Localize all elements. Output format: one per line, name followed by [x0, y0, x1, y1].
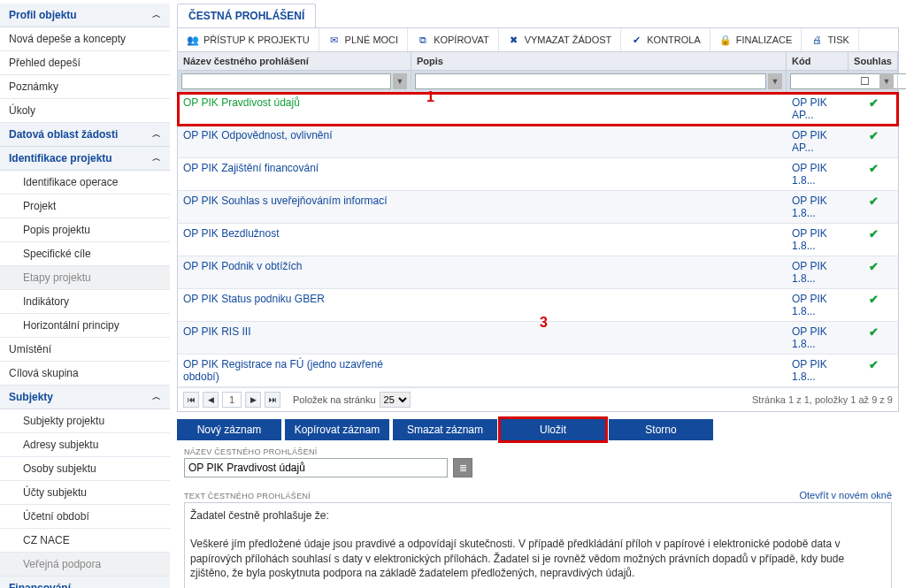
save-button[interactable]: Uložit	[501, 419, 605, 440]
pager-items-label: Položek na stránku	[293, 394, 376, 405]
sidebar-item[interactable]: Osoby subjektu	[0, 457, 170, 481]
pager-next-button[interactable]: ▶	[245, 392, 261, 408]
people-icon: 👥	[187, 34, 199, 46]
toolbar-copy-button[interactable]: ⧉ KOPÍROVAT	[408, 28, 499, 51]
toolbar-plnemoci-button[interactable]: ✉ PLNÉ MOCI	[319, 28, 409, 51]
sidebar-item[interactable]: Úkoly	[0, 99, 170, 123]
table-row[interactable]: OP PIK Zajištění financováníOP PIK 1.8..…	[178, 158, 898, 191]
filter-icon[interactable]: ▼	[879, 73, 894, 89]
delete-icon: ✖	[508, 34, 520, 46]
list-picker-icon[interactable]: ≣	[453, 458, 472, 477]
copy-record-button[interactable]: Kopírovat záznam	[285, 419, 389, 440]
col-header-agree[interactable]: Souhlas	[848, 52, 898, 70]
cell-desc	[411, 224, 787, 256]
sidebar-item[interactable]: Umístění	[0, 338, 170, 362]
check-icon: ✔	[869, 293, 879, 306]
sidebar-section-label: Identifikace projektu	[9, 152, 112, 164]
new-record-button[interactable]: Nový záznam	[177, 419, 281, 440]
table-row[interactable]: OP PIK BezdlužnostOP PIK 1.8...✔	[178, 224, 898, 256]
filter-icon[interactable]: ▼	[768, 73, 782, 89]
sidebar-item[interactable]: Specifické cíle	[0, 242, 170, 266]
col-header-code[interactable]: Kód	[787, 52, 848, 70]
col-header-name[interactable]: Název čestného prohlášení	[178, 52, 411, 70]
cell-code: OP PIK 1.8...	[787, 224, 848, 256]
filter-name-input[interactable]	[181, 73, 391, 89]
cell-code: OP PIK 1.8...	[787, 355, 848, 386]
sidebar-section-financovani[interactable]: Financování ︿	[0, 577, 170, 588]
pager-prev-button[interactable]: ◀	[203, 392, 219, 408]
delete-record-button[interactable]: Smazat záznam	[393, 419, 497, 440]
annotation-1: 1	[426, 89, 434, 105]
cell-name: OP PIK Bezdlužnost	[178, 224, 411, 256]
cell-agree: ✔	[848, 93, 898, 125]
cell-agree: ✔	[848, 158, 898, 190]
sidebar-item[interactable]: Cílová skupina	[0, 362, 170, 386]
sidebar-item[interactable]: Nová depeše a koncepty	[0, 27, 170, 51]
open-new-window-link[interactable]: Otevřít v novém okně	[799, 490, 892, 500]
table-row[interactable]: OP PIK Registrace na FÚ (jedno uzavřené …	[178, 355, 898, 387]
sidebar-item[interactable]: Popis projektu	[0, 218, 170, 242]
sidebar-section-label: Datová oblast žádosti	[9, 128, 118, 141]
declarations-table: Název čestného prohlášení Popis Kód Souh…	[177, 52, 899, 412]
cell-code: OP PIK 1.8...	[787, 256, 848, 288]
declaration-name-input[interactable]	[184, 458, 448, 477]
cell-agree: ✔	[848, 126, 898, 157]
chevron-up-icon: ︿	[152, 152, 161, 164]
sidebar-item[interactable]: Účty subjektu	[0, 481, 170, 505]
filter-icon[interactable]: ▼	[393, 73, 407, 89]
cell-code: OP PIK 1.8...	[787, 322, 848, 354]
table-row[interactable]: OP PIK Podnik v obtížíchOP PIK 1.8...✔	[178, 256, 898, 289]
sidebar-section-datova[interactable]: Datová oblast žádosti ︿	[0, 123, 170, 147]
toolbar-check-button[interactable]: ✔ KONTROLA	[621, 28, 710, 51]
cell-name: OP PIK Souhlas s uveřejňováním informací	[178, 191, 411, 223]
cell-desc	[411, 355, 787, 386]
pager-page[interactable]: 1	[222, 392, 242, 408]
cell-name: OP PIK Status podniku GBER	[178, 289, 411, 321]
toolbar-access-button[interactable]: 👥 PŘÍSTUP K PROJEKTU	[178, 28, 319, 51]
sidebar-section-identifikace[interactable]: Identifikace projektu ︿	[0, 147, 170, 171]
table-row[interactable]: OP PIK Souhlas s uveřejňováním informací…	[178, 191, 898, 224]
pager-first-button[interactable]: ⏮	[183, 392, 199, 408]
sidebar-item[interactable]: Identifikace operace	[0, 171, 170, 195]
sidebar-item[interactable]: Přehled depeší	[0, 51, 170, 75]
sidebar-item[interactable]: Účetní období	[0, 505, 170, 529]
print-icon: 🖨	[810, 34, 823, 46]
toolbar-label: PLNÉ MOCI	[345, 34, 399, 45]
sidebar-item[interactable]: Horizontální principy	[0, 314, 170, 338]
toolbar: 👥 PŘÍSTUP K PROJEKTU ✉ PLNÉ MOCI ⧉ KOPÍR…	[177, 27, 899, 52]
table-row[interactable]: OP PIK Pravdivost údajůOP PIK AP...✔	[178, 93, 898, 126]
cell-desc	[411, 256, 787, 288]
sidebar-section-subjekty[interactable]: Subjekty ︿	[0, 386, 170, 409]
sidebar-item[interactable]: Adresy subjektu	[0, 433, 170, 457]
pager-items-select[interactable]: 25	[380, 392, 411, 408]
chevron-up-icon: ︿	[152, 128, 161, 141]
sidebar-item[interactable]: Subjekty projektu	[0, 409, 170, 433]
filter-desc-input[interactable]	[415, 73, 766, 89]
toolbar-finalize-button[interactable]: 🔒 FINALIZACE	[710, 28, 802, 51]
check-icon: ✔	[869, 260, 879, 273]
check-icon: ✔	[869, 129, 879, 142]
cell-desc	[411, 289, 787, 321]
pager-last-button[interactable]: ⏭	[265, 392, 280, 408]
toolbar-delete-button[interactable]: ✖ VYMAZAT ŽÁDOST	[499, 28, 622, 51]
col-header-desc[interactable]: Popis	[411, 52, 787, 70]
table-row[interactable]: OP PIK RIS IIIOP PIK 1.8...✔	[178, 322, 898, 355]
sidebar-item[interactable]: Indikátory	[0, 290, 170, 314]
table-row[interactable]: OP PIK Odpovědnost, ovlivněníOP PIK AP..…	[178, 126, 898, 158]
sidebar-item[interactable]: Etapy projektu	[0, 266, 170, 290]
toolbar-label: KOPÍROVAT	[434, 34, 489, 45]
cancel-button[interactable]: Storno	[609, 419, 713, 440]
sidebar-item[interactable]: Poznámky	[0, 75, 170, 99]
sidebar-item[interactable]: Projekt	[0, 195, 170, 218]
sidebar-section-profil[interactable]: Profil objektu ︿	[0, 4, 170, 27]
sidebar-item[interactable]: Veřejná podpora	[0, 553, 170, 577]
cell-agree: ✔	[848, 256, 898, 288]
cell-desc	[411, 126, 787, 157]
sidebar-item[interactable]: CZ NACE	[0, 529, 170, 553]
tab-cestna-prohlaseni[interactable]: ČESTNÁ PROHLÁŠENÍ	[177, 4, 316, 27]
cell-desc	[411, 322, 787, 354]
chevron-up-icon: ︿	[152, 582, 161, 588]
table-row[interactable]: OP PIK Status podniku GBEROP PIK 1.8...✔	[178, 289, 898, 322]
pager: ⏮ ◀ 1 ▶ ⏭ Položek na stránku 25 Stránka …	[178, 387, 898, 411]
toolbar-print-button[interactable]: 🖨 TISK	[802, 28, 858, 51]
